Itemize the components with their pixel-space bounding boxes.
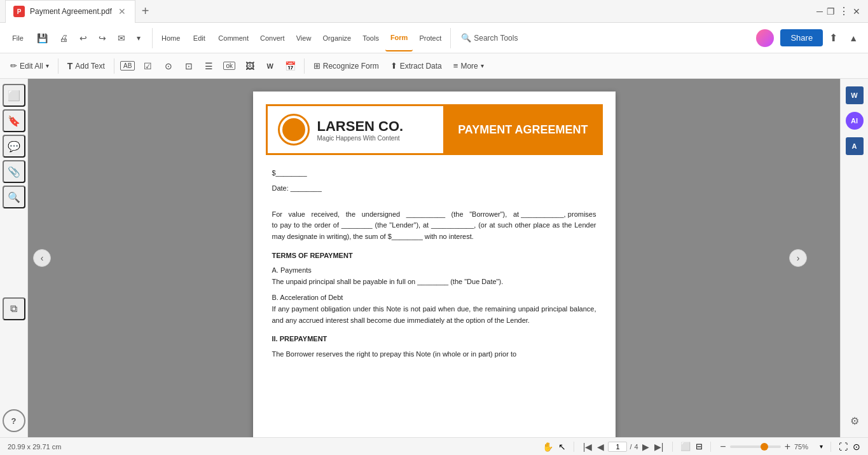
zoom-in-button[interactable]: + — [783, 440, 792, 454]
word-plugin2-icon[interactable]: A — [843, 135, 866, 158]
zoom-thumb[interactable] — [761, 443, 768, 451]
window-menu-button[interactable]: ⋮ — [839, 5, 849, 17]
tools-tab[interactable]: Tools — [357, 25, 384, 51]
word-plugin-icon[interactable]: W — [843, 84, 866, 107]
total-pages: 4 — [635, 443, 638, 451]
edit-tab[interactable]: Edit — [186, 25, 212, 51]
page-input[interactable] — [608, 442, 627, 452]
thumbnail-button[interactable]: ⬜ — [3, 84, 25, 107]
list-button[interactable]: ☰ — [200, 57, 219, 76]
extract-icon: ⬆ — [390, 61, 397, 71]
zoom-dropdown-button[interactable]: ▾ — [820, 443, 823, 450]
hand-tool-button[interactable]: ✋ — [542, 442, 553, 452]
upload-button[interactable]: ⬆ — [824, 29, 843, 46]
last-page-button[interactable]: ▶| — [653, 440, 665, 453]
protect-tab[interactable]: Protect — [414, 25, 446, 51]
share-button[interactable]: Share — [780, 29, 823, 46]
text-field-button[interactable]: AB — [118, 57, 137, 76]
next-page-button[interactable]: ▶ — [641, 440, 651, 453]
document-title-section: PAYMENT AGREEMENT — [445, 106, 600, 153]
comment-tab[interactable]: Comment — [213, 25, 254, 51]
email-button[interactable]: ✉ — [113, 31, 130, 46]
prev-page-button[interactable]: ◀ — [596, 440, 605, 453]
save-button[interactable]: 💾 — [32, 31, 53, 46]
content-area: ⬜ 🔖 💬 📎 🔍 ⧉ ? ‹ LARSEN CO. Magic Happens… — [0, 79, 868, 437]
convert-tab[interactable]: Convert — [255, 25, 290, 51]
first-page-button[interactable]: |◀ — [582, 440, 594, 453]
payments-text: The unpaid principal shall be payable in… — [272, 278, 504, 285]
redo-button[interactable]: ↪ — [93, 31, 111, 46]
dollar-field: $________ — [272, 168, 596, 179]
view-tab[interactable]: View — [291, 25, 317, 51]
select-tool-button[interactable]: ↖ — [558, 442, 566, 452]
tab-close-button[interactable]: ✕ — [117, 6, 127, 17]
more-button[interactable]: ≡ More ▾ — [448, 57, 489, 76]
signature-button[interactable]: W — [261, 57, 280, 76]
comment-sidebar-button[interactable]: 💬 — [3, 135, 25, 158]
fullscreen-button[interactable]: ⛶ — [839, 442, 848, 452]
logo-section: LARSEN CO. Magic Happens With Content — [268, 106, 446, 153]
bookmark-button[interactable]: 🔖 — [3, 109, 25, 132]
file-label: File — [12, 34, 24, 42]
ok-button[interactable]: ok — [220, 57, 239, 76]
collapse-button[interactable]: ▲ — [844, 31, 863, 46]
recognize-form-button[interactable]: ⊞ Recognize Form — [308, 57, 384, 76]
attachment-button[interactable]: 📎 — [3, 160, 25, 183]
add-text-button[interactable]: T Add Text — [62, 57, 110, 76]
left-sidebar: ⬜ 🔖 💬 📎 🔍 ⧉ ? — [0, 79, 28, 437]
print-button[interactable]: 🖨 — [54, 31, 73, 46]
new-tab-button[interactable]: + — [135, 0, 156, 23]
company-info: LARSEN CO. Magic Happens With Content — [317, 118, 404, 142]
pdf-header: LARSEN CO. Magic Happens With Content PA… — [266, 104, 603, 155]
zoom-slider[interactable] — [730, 445, 781, 448]
next-page-side-button[interactable]: › — [789, 249, 807, 267]
home-tab[interactable]: Home — [156, 25, 185, 51]
layers-button[interactable]: ⧉ — [3, 297, 25, 320]
status-sep3 — [710, 442, 711, 452]
image-button[interactable]: 🖼 — [240, 57, 259, 76]
help-button[interactable]: ? — [3, 409, 25, 432]
date-button[interactable]: 📅 — [281, 57, 300, 76]
settings-icon[interactable]: ⚙ — [843, 409, 866, 432]
zoom-out-button[interactable]: − — [719, 440, 727, 454]
main-toolbar: File 💾 🖨 ↩ ↪ ✉ ▾ Home Edit Comment Conve… — [0, 23, 868, 53]
ai-plugin-icon[interactable]: AI — [843, 109, 866, 132]
fit-page-button[interactable]: ⬜ — [680, 442, 691, 451]
search-icon: 🔍 — [461, 33, 471, 43]
window-restore-button[interactable]: ❐ — [827, 5, 835, 17]
intro-para: For value received, the undersigned ____… — [272, 209, 596, 243]
acceleration-text: If any payment obligation under this Not… — [272, 305, 596, 324]
fit-width-button[interactable]: ⊟ — [696, 442, 703, 451]
checkbox-button[interactable]: ☑ — [139, 57, 158, 76]
form-tab[interactable]: Form — [385, 25, 413, 51]
logo-circle — [278, 114, 310, 146]
extract-data-button[interactable]: ⬆ Extract Data — [385, 57, 447, 76]
logo-inner — [282, 118, 305, 141]
prev-page-side-button[interactable]: ‹ — [33, 249, 51, 267]
window-close-button[interactable]: ✕ — [853, 5, 860, 17]
edit-all-button[interactable]: ✏ Edit All ▾ — [5, 57, 54, 76]
sep3 — [304, 58, 305, 74]
more-dropdown-icon: ▾ — [481, 62, 484, 69]
file-menu-button[interactable]: File — [5, 25, 31, 51]
search-tools-button[interactable]: 🔍 Search Tools — [455, 29, 524, 46]
pdf-content: $________ Date: ________ For value recei… — [253, 168, 616, 377]
dropdown-field-button[interactable]: ⊡ — [179, 57, 198, 76]
more-view-button[interactable]: ⊙ — [853, 442, 860, 452]
search-sidebar-button[interactable]: 🔍 — [3, 186, 25, 208]
zoom-level: 75% — [794, 443, 817, 451]
page-separator: / — [630, 443, 631, 451]
acceleration-title: B. Acceleration of Debt — [272, 292, 596, 304]
organize-tab[interactable]: Organize — [318, 25, 357, 51]
radio-button[interactable]: ⊙ — [159, 57, 178, 76]
user-avatar — [756, 29, 774, 47]
window-minimize-button[interactable]: ─ — [816, 5, 823, 17]
status-sep1 — [574, 442, 574, 452]
dropdown-button[interactable]: ▾ — [132, 31, 146, 46]
terms-title: TERMS OF REPAYMENT — [272, 250, 596, 262]
pdf-viewer[interactable]: ‹ LARSEN CO. Magic Happens With Content … — [28, 79, 840, 437]
app-icon: P — [13, 6, 25, 17]
undo-button[interactable]: ↩ — [74, 31, 92, 46]
payments-section: A. Payments The unpaid principal shall b… — [272, 265, 596, 287]
payments-title: A. Payments — [272, 265, 596, 276]
